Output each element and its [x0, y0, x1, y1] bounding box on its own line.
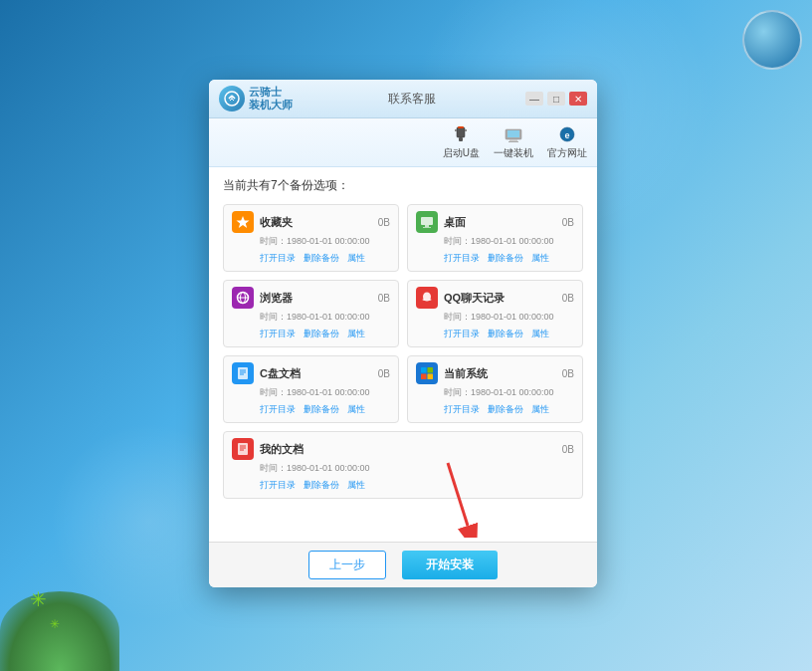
favorites-name: 收藏夹: [260, 215, 293, 230]
system-icon: [416, 362, 438, 384]
cdoc-icon: [232, 362, 254, 384]
title-bar: 云骑士 装机大师 联系客服 — □ ✕: [209, 80, 597, 118]
toolbar-item-install[interactable]: 一键装机: [494, 124, 533, 160]
svg-rect-2: [457, 127, 465, 137]
cdoc-count: 0B: [378, 368, 390, 379]
toolbar-item-usb[interactable]: 启动U盘: [443, 124, 480, 160]
cdoc-delete[interactable]: 删除备份: [304, 403, 339, 416]
svg-rect-31: [238, 443, 248, 455]
qq-count: 0B: [562, 293, 574, 304]
window-controls: — □ ✕: [525, 92, 587, 106]
desktop-delete[interactable]: 删除备份: [488, 252, 523, 265]
backup-item-browser-header: 浏览器 0B: [232, 287, 390, 309]
mydoc-count: 0B: [562, 444, 574, 455]
svg-rect-6: [458, 126, 464, 128]
qq-actions: 打开目录 删除备份 属性: [444, 328, 574, 340]
backup-item-cdoc-header: C盘文档 0B: [232, 362, 390, 384]
desktop-name: 桌面: [444, 215, 466, 230]
desktop-icon: [416, 211, 438, 233]
browser-time: 时间：1980-01-01 00:00:00: [260, 311, 390, 324]
close-button[interactable]: ✕: [569, 92, 587, 106]
toolbar: 启动U盘 一键装机 e 官方网址: [209, 118, 597, 167]
desktop-prop[interactable]: 属性: [531, 252, 549, 265]
svg-marker-13: [237, 216, 250, 228]
mydoc-open[interactable]: 打开目录: [260, 479, 296, 492]
browser-open[interactable]: 打开目录: [260, 328, 296, 340]
mydoc-actions: 打开目录 删除备份 属性: [260, 479, 574, 492]
sparkle-decoration: ✳: [30, 587, 47, 611]
browser-name: 浏览器: [260, 291, 293, 306]
browser-count: 0B: [378, 293, 390, 304]
favorites-actions: 打开目录 删除备份 属性: [260, 252, 390, 265]
prev-button[interactable]: 上一步: [308, 551, 386, 579]
system-count: 0B: [562, 368, 574, 379]
svg-rect-4: [455, 129, 457, 131]
content-area: 当前共有7个备份选项： 收藏夹 0B 时间：1980-01-01 00:00:0…: [209, 167, 597, 542]
svg-point-21: [423, 299, 426, 301]
svg-rect-15: [425, 225, 429, 227]
cdoc-time: 时间：1980-01-01 00:00:00: [260, 386, 390, 399]
svg-point-1: [231, 96, 234, 99]
install-label: 一键装机: [494, 146, 533, 160]
qq-delete[interactable]: 删除备份: [488, 328, 523, 340]
system-open[interactable]: 打开目录: [444, 403, 480, 416]
app-window: 云骑士 装机大师 联系客服 — □ ✕ 启动U盘: [209, 80, 597, 587]
usb-icon: [449, 124, 473, 144]
browser-icon: [232, 287, 254, 309]
logo-icon: [219, 86, 245, 112]
content-title: 当前共有7个备份选项：: [223, 177, 583, 194]
desktop-actions: 打开目录 删除备份 属性: [444, 252, 574, 265]
mydoc-delete[interactable]: 删除备份: [304, 479, 339, 492]
svg-rect-8: [508, 130, 519, 137]
qq-open[interactable]: 打开目录: [444, 328, 480, 340]
backup-item-qq: QQ聊天记录 0B 时间：1980-01-01 00:00:00 打开目录 删除…: [407, 280, 583, 347]
svg-rect-16: [423, 227, 431, 228]
browser-delete[interactable]: 删除备份: [304, 328, 339, 340]
backup-item-browser: 浏览器 0B 时间：1980-01-01 00:00:00 打开目录 删除备份 …: [223, 280, 399, 347]
svg-rect-5: [465, 129, 467, 131]
desktop-time: 时间：1980-01-01 00:00:00: [444, 235, 574, 248]
qq-icon: [416, 287, 438, 309]
cdoc-prop[interactable]: 属性: [347, 403, 365, 416]
backup-item-favorites: 收藏夹 0B 时间：1980-01-01 00:00:00 打开目录 删除备份 …: [223, 204, 399, 272]
backup-item-system: 当前系统 0B 时间：1980-01-01 00:00:00 打开目录 删除备份…: [407, 355, 583, 423]
system-delete[interactable]: 删除备份: [488, 403, 523, 416]
system-prop[interactable]: 属性: [531, 403, 549, 416]
backup-item-desktop-header: 桌面 0B: [416, 211, 574, 233]
svg-rect-23: [238, 367, 248, 379]
svg-rect-27: [421, 367, 427, 373]
svg-point-22: [429, 299, 432, 301]
favorites-time: 时间：1980-01-01 00:00:00: [260, 235, 390, 248]
desktop-open[interactable]: 打开目录: [444, 252, 480, 265]
svg-rect-3: [459, 137, 463, 141]
svg-rect-14: [421, 217, 433, 225]
qq-prop[interactable]: 属性: [531, 328, 549, 340]
favorites-prop[interactable]: 属性: [347, 252, 365, 265]
backup-item-qq-header: QQ聊天记录 0B: [416, 287, 574, 309]
mydoc-time: 时间：1980-01-01 00:00:00: [260, 462, 574, 475]
backup-item-mydoc-header: 我的文档 0B: [232, 438, 574, 460]
svg-text:e: e: [564, 130, 569, 140]
toolbar-item-website[interactable]: e 官方网址: [547, 124, 587, 160]
start-install-button[interactable]: 开始安装: [402, 551, 498, 579]
mydoc-prop[interactable]: 属性: [347, 479, 365, 492]
website-label: 官方网址: [547, 146, 587, 160]
qq-name: QQ聊天记录: [444, 291, 505, 306]
backup-item-system-header: 当前系统 0B: [416, 362, 574, 384]
svg-rect-30: [428, 374, 434, 380]
system-name: 当前系统: [444, 366, 488, 381]
cdoc-open[interactable]: 打开目录: [260, 403, 296, 416]
sparkle-decoration-2: ✳: [50, 617, 60, 631]
svg-rect-10: [508, 141, 518, 142]
svg-rect-28: [428, 367, 434, 373]
minimize-button[interactable]: —: [525, 92, 543, 106]
maximize-button[interactable]: □: [547, 92, 565, 106]
qq-time: 时间：1980-01-01 00:00:00: [444, 311, 574, 324]
title-bar-left: 云骑士 装机大师: [219, 86, 299, 112]
cdoc-name: C盘文档: [260, 366, 301, 381]
browser-prop[interactable]: 属性: [347, 328, 365, 340]
favorites-delete[interactable]: 删除备份: [304, 252, 339, 265]
favorites-open[interactable]: 打开目录: [260, 252, 296, 265]
website-icon: e: [555, 124, 579, 144]
backup-item-cdoc: C盘文档 0B 时间：1980-01-01 00:00:00 打开目录 删除备份…: [223, 355, 399, 423]
